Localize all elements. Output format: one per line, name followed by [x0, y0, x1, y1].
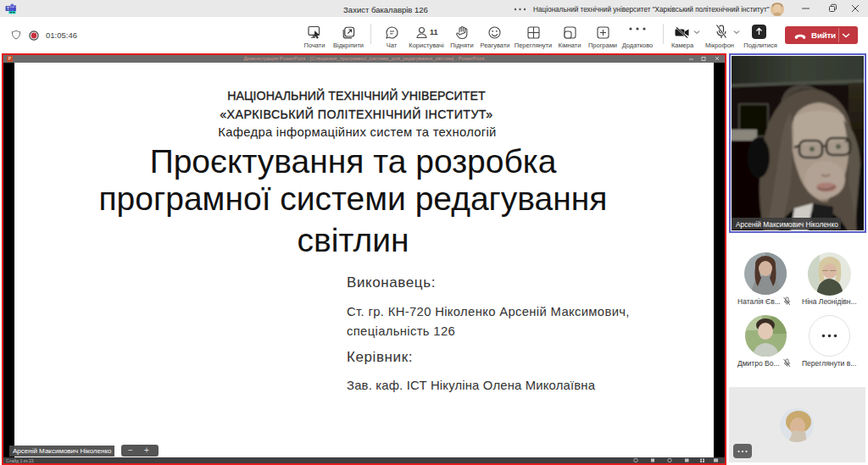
svg-text:T: T: [7, 6, 9, 11]
svg-text:Арсеній Максимович Ніколенко: Арсеній Максимович Ніколенко: [736, 220, 838, 229]
